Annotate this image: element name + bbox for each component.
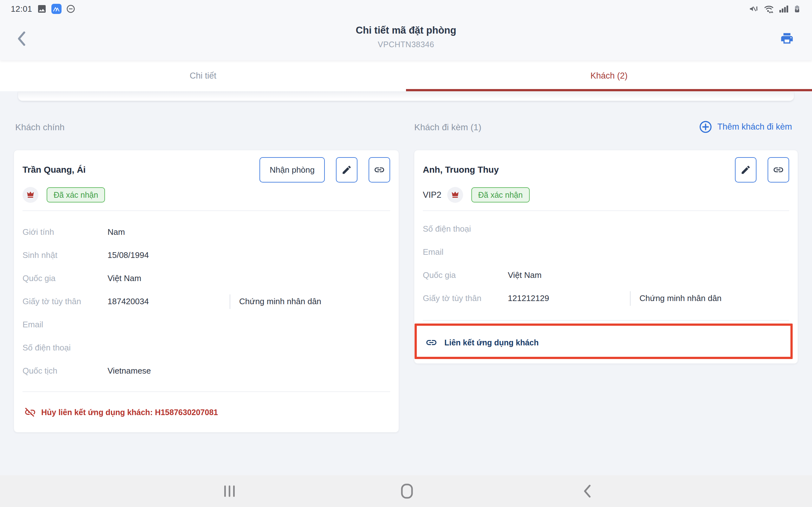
status-badge: Đã xác nhận bbox=[47, 187, 105, 203]
field-row-country: Quốc gia Việt Nam bbox=[423, 264, 789, 287]
link-guest-button[interactable] bbox=[368, 157, 390, 182]
app-notification-icon bbox=[51, 4, 61, 14]
add-companion-button[interactable]: Thêm khách đi kèm bbox=[699, 120, 792, 134]
page-title: Chi tiết mã đặt phòng bbox=[0, 25, 812, 36]
clock: 12:01 bbox=[11, 4, 32, 14]
printer-icon bbox=[780, 32, 794, 45]
wifi-icon bbox=[763, 4, 774, 14]
do-not-disturb-icon bbox=[66, 4, 75, 14]
edit-guest-button[interactable] bbox=[735, 157, 757, 182]
main-guest-card: Trần Quang, Ái Nhận phòng Đã xác nhận Gi… bbox=[14, 150, 399, 433]
divider bbox=[423, 210, 789, 211]
link-off-icon bbox=[24, 406, 36, 418]
field-row-birthday: Sinh nhật 15/08/1994 bbox=[22, 244, 390, 267]
field-row-phone: Số điện thoại bbox=[22, 336, 390, 359]
vip-level-label: VIP2 bbox=[423, 190, 442, 200]
companion-section-title: Khách đi kèm (1) bbox=[414, 122, 481, 132]
image-notification-icon bbox=[37, 4, 47, 14]
add-companion-label: Thêm khách đi kèm bbox=[717, 122, 792, 132]
signal-strength-icon bbox=[779, 4, 789, 14]
unlink-guest-app-label: Hủy liên kết ứng dụng khách: H1587630207… bbox=[41, 408, 218, 417]
main-guest-section-title: Khách chính bbox=[15, 122, 65, 132]
plus-circle-icon bbox=[699, 120, 712, 133]
tab-bar: Chi tiết Khách (2) bbox=[0, 60, 812, 91]
tab-details[interactable]: Chi tiết bbox=[0, 60, 406, 91]
android-navigation-bar bbox=[0, 475, 812, 507]
back-nav-button[interactable] bbox=[570, 475, 605, 507]
print-button[interactable] bbox=[776, 27, 798, 49]
back-button[interactable] bbox=[11, 26, 32, 51]
crown-icon bbox=[450, 190, 460, 200]
field-row-country: Quốc gia Việt Nam bbox=[22, 267, 390, 290]
field-row-email: Email bbox=[22, 313, 390, 336]
vip-crown-badge bbox=[447, 187, 463, 203]
active-tab-underline bbox=[406, 89, 812, 91]
guest-name: Trần Quang, Ái bbox=[22, 165, 86, 175]
recent-apps-button[interactable] bbox=[212, 475, 247, 507]
link-guest-button[interactable] bbox=[768, 157, 789, 182]
tab-guests[interactable]: Khách (2) bbox=[406, 60, 812, 91]
chevron-left-icon bbox=[583, 485, 592, 498]
field-row-id-document: Giấy tờ tùy thân 187420034 Chứng minh nh… bbox=[22, 290, 390, 313]
unlink-guest-app-button[interactable]: Hủy liên kết ứng dụng khách: H1587630207… bbox=[22, 392, 390, 433]
field-row-phone: Số điện thoại bbox=[423, 217, 789, 240]
link-icon bbox=[374, 164, 385, 176]
mute-vibrate-icon bbox=[749, 4, 759, 14]
link-icon bbox=[425, 337, 438, 349]
chevron-left-icon bbox=[16, 31, 27, 47]
link-guest-app-button[interactable]: Liên kết ứng dụng khách bbox=[423, 321, 789, 364]
pencil-icon bbox=[740, 164, 751, 175]
guest-name: Anh, Truong Thuy bbox=[423, 165, 499, 175]
id-document-type: Chứng minh nhân dân bbox=[230, 294, 321, 309]
booking-code: VPCHTN38346 bbox=[0, 40, 812, 49]
status-badge: Đã xác nhận bbox=[471, 187, 530, 203]
field-row-gender: Giới tính Nam bbox=[22, 221, 390, 244]
checkin-button[interactable]: Nhận phòng bbox=[259, 157, 325, 182]
recents-icon bbox=[224, 486, 235, 497]
scrolled-card-edge bbox=[18, 91, 794, 101]
field-row-id-document: Giấy tờ tùy thân 121212129 Chứng minh nh… bbox=[423, 287, 789, 310]
field-row-nationality: Quốc tịch Vietnamese bbox=[22, 359, 390, 383]
divider bbox=[22, 210, 390, 211]
home-icon bbox=[401, 484, 413, 499]
pencil-icon bbox=[341, 164, 352, 175]
battery-charging-icon bbox=[793, 4, 801, 14]
field-row-email: Email bbox=[423, 240, 789, 264]
page-header: Chi tiết mã đặt phòng VPCHTN38346 bbox=[0, 18, 812, 60]
status-bar: 12:01 bbox=[0, 0, 812, 18]
home-button[interactable] bbox=[390, 475, 424, 507]
edit-guest-button[interactable] bbox=[336, 157, 357, 182]
vip-crown-badge bbox=[22, 187, 38, 203]
link-icon bbox=[773, 164, 784, 176]
id-document-type: Chứng minh nhân dân bbox=[630, 291, 722, 306]
crown-icon bbox=[26, 190, 35, 200]
link-guest-app-label: Liên kết ứng dụng khách bbox=[444, 338, 539, 347]
companion-guest-card: Anh, Truong Thuy VIP2 Đã xác nhận Số điệ… bbox=[414, 150, 798, 364]
